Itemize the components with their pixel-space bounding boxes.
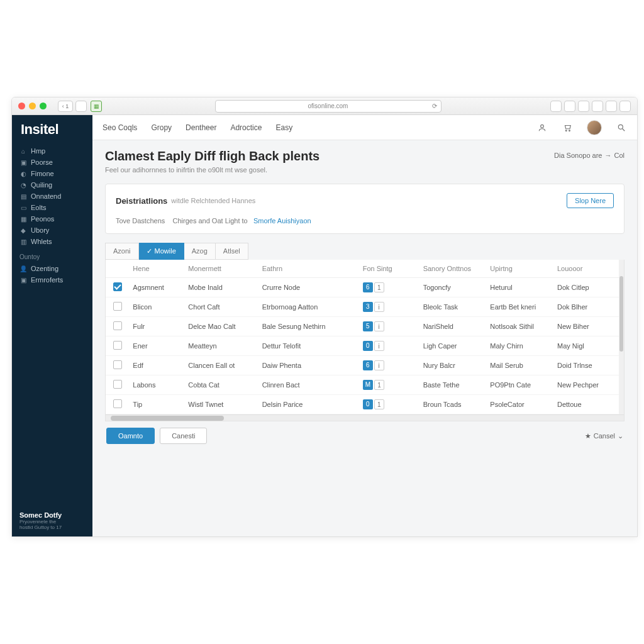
cell-eathrn-link[interactable]: Daiw Phenta <box>258 356 359 375</box>
table-row[interactable]: TipWistl TwnetDelsin Parice01Broun Tcads… <box>106 395 624 414</box>
col-header[interactable]: Fon Sintg <box>359 260 419 278</box>
tab[interactable]: Azog <box>184 243 216 260</box>
col-header[interactable]: Sanory Onttnos <box>419 260 487 278</box>
sidebar-item[interactable]: ▦Peonos <box>12 213 92 225</box>
sidebar-item-icon: ▣ <box>19 277 27 284</box>
table-row[interactable]: LabonsCobta CatClinren BactM1Baste Tethe… <box>106 375 624 395</box>
row-checkbox[interactable] <box>113 321 122 330</box>
cell-fan: M1 <box>359 375 419 395</box>
maximize-window-icon[interactable] <box>40 103 47 109</box>
badge-primary: 6 <box>363 282 373 292</box>
search-icon[interactable] <box>616 122 627 133</box>
cell-eathrn-link[interactable]: Dettur Telofit <box>258 336 359 356</box>
row-checkbox[interactable] <box>113 341 122 350</box>
sidebar-item[interactable]: ▤Onnatend <box>12 191 92 202</box>
row-checkbox[interactable] <box>113 302 122 311</box>
cell-upk: PsoleCator <box>486 395 553 414</box>
footer-right-action[interactable]: ★ Cansel ⌄ <box>585 432 623 440</box>
sidebar-item-icon: ◔ <box>19 182 27 189</box>
sidebar-item[interactable]: ◆Ubory <box>12 225 92 236</box>
topnav-link[interactable]: Dentheer <box>186 123 216 132</box>
table-row[interactable]: EnerMeatteynDettur Telofit0iLigh CaperMa… <box>106 336 624 356</box>
cell-eathrn-link[interactable]: Crurre Node <box>258 278 359 297</box>
col-header[interactable]: Louooor <box>553 260 624 278</box>
topnav-link[interactable]: Gropy <box>151 123 172 132</box>
col-header[interactable]: Monermett <box>184 260 258 278</box>
sidebar-item[interactable]: ▣Ermroferts <box>12 274 92 286</box>
tab[interactable]: Azoni <box>105 243 139 260</box>
cell-mgmt: Delce Mao Calt <box>184 317 258 336</box>
address-bar[interactable]: ofisonline.com ⟳ <box>215 100 441 113</box>
destinations-card: Deistriatlions witdle Relchtended Hannes… <box>105 184 625 234</box>
badge-primary: 0 <box>363 399 373 409</box>
browser-nav-buttons: ‹ 1 <box>58 101 87 112</box>
menu-icon[interactable] <box>619 101 631 112</box>
cell-eathrn-link[interactable]: Clinren Bact <box>258 375 359 395</box>
scrollbar-thumb[interactable] <box>111 416 224 421</box>
horizontal-scrollbar[interactable] <box>106 414 624 421</box>
cell-eathrn-link[interactable]: Bale Sesung Nethirn <box>258 317 359 336</box>
sidebar-item[interactable]: ◔Quiling <box>12 179 92 191</box>
minimize-window-icon[interactable] <box>29 103 36 109</box>
user-icon[interactable] <box>536 122 548 133</box>
nav-tabs-button[interactable] <box>75 101 87 112</box>
header-actions[interactable]: Dia Sonopo are → Col <box>554 149 625 159</box>
sidebar-item-label: Eolts <box>31 204 46 211</box>
col-header[interactable]: Upirtng <box>486 260 553 278</box>
downloads-icon[interactable] <box>550 101 562 112</box>
cell-senory: Togoncfy <box>419 278 487 297</box>
share-icon[interactable] <box>564 101 575 112</box>
col-header[interactable]: Hene <box>129 260 184 278</box>
svg-point-1 <box>565 130 567 131</box>
sidebar-item[interactable]: ▣Poorse <box>12 157 92 168</box>
table-row[interactable]: FulrDelce Mao CaltBale Sesung Nethirn5iN… <box>106 317 624 336</box>
table-row[interactable]: AgsmnentMobe InaldCrurre Node61TogoncfyH… <box>106 278 624 297</box>
row-checkbox[interactable] <box>113 282 122 291</box>
sidebar-item[interactable]: 👤Ozenting <box>12 263 92 274</box>
sidebar: Insitel ⌂Hmp▣Poorse◐Fimone◔Quiling▤Onnat… <box>12 115 92 536</box>
nav-back-button[interactable]: ‹ 1 <box>58 101 73 112</box>
reader-icon[interactable] <box>578 101 589 112</box>
dest-line-link[interactable]: Smorfe Auishiyaon <box>253 217 311 225</box>
content: Clamest Eaply Diff fligh Back plents Fee… <box>92 140 637 536</box>
cell-eathrn-link[interactable]: Delsin Parice <box>258 395 359 414</box>
scrollbar-thumb[interactable] <box>619 276 623 352</box>
badge-secondary: i <box>374 321 384 331</box>
sidebar-item[interactable]: ▥Whlets <box>12 236 92 247</box>
sidebar-item[interactable]: ◐Fimone <box>12 168 92 179</box>
avatar[interactable] <box>587 120 602 135</box>
table-row[interactable]: EdfClancen Eall otDaiw Phenta6iNury Balc… <box>106 356 624 375</box>
sidebar-item[interactable]: ▭Eolts <box>12 202 92 213</box>
topnav-link[interactable]: Easy <box>275 123 292 132</box>
topnav-link[interactable]: Adroctice <box>230 123 262 132</box>
vertical-scrollbar[interactable] <box>619 260 624 421</box>
page-title: Clamest Eaply Diff fligh Back plents <box>105 149 319 164</box>
row-checkbox[interactable] <box>113 360 122 369</box>
topnav-link[interactable]: Seo Coqls <box>103 123 137 132</box>
brand-logo[interactable]: Insitel <box>12 115 92 144</box>
star-icon: ★ <box>585 432 591 440</box>
table-row[interactable]: BliconChort CaftEtrbornoag Aatton3iBleol… <box>106 297 624 317</box>
cart-icon[interactable] <box>562 122 573 133</box>
col-header[interactable]: Eathrn <box>258 260 359 278</box>
cell-eathrn-link[interactable]: Etrbornoag Aatton <box>258 297 359 317</box>
badge-secondary: 1 <box>374 380 384 390</box>
sidebar-footer: Somec Dotfy Pryovennete the hostid Gutto… <box>12 505 92 536</box>
sidebar-item-icon: ▣ <box>19 159 27 166</box>
cell-fan: 61 <box>359 278 419 297</box>
refresh-icon[interactable]: ⟳ <box>432 103 437 109</box>
tabs-icon[interactable] <box>606 101 617 112</box>
sidebar-item[interactable]: ⌂Hmp <box>12 145 92 157</box>
row-checkbox[interactable] <box>113 380 122 389</box>
sidebar-item-label: Quiling <box>31 181 52 189</box>
confirm-button[interactable]: Oamnto <box>106 428 155 444</box>
close-window-icon[interactable] <box>18 103 25 109</box>
tab[interactable]: ✓Mowile <box>139 243 184 260</box>
tab[interactable]: Atlsel <box>216 243 248 260</box>
sidebar-item-icon: 👤 <box>19 265 27 272</box>
extensions-icon[interactable] <box>592 101 603 112</box>
cancel-button[interactable]: Canesti <box>160 428 207 444</box>
shop-now-button[interactable]: Slop Nere <box>567 193 614 208</box>
row-checkbox[interactable] <box>113 399 122 408</box>
chevron-right-icon: → <box>604 152 611 159</box>
